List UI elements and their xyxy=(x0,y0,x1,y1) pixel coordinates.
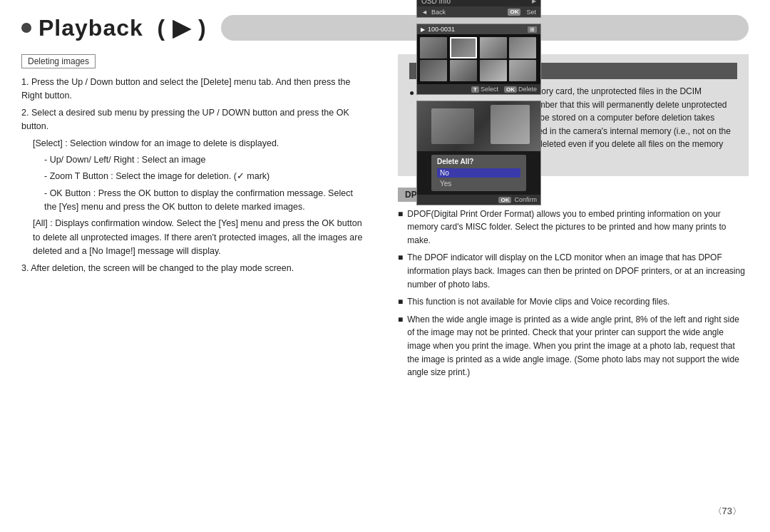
photo-grid-bottom: T Select OK Delete xyxy=(417,84,540,94)
back-label: ◄ Back xyxy=(421,9,446,16)
ok-desc: - OK Button : Press the OK button to dis… xyxy=(21,187,364,215)
photo-thumb-8 xyxy=(509,60,536,81)
delete-screen: Delete All? No Yes OK Confirm xyxy=(416,101,541,205)
delete-photo-area xyxy=(417,101,540,151)
all-desc: [All] : Displays confirmation window. Se… xyxy=(21,217,364,258)
ok-delete: OK Delete xyxy=(504,86,537,93)
dpof-item-3: ■ This function is not available for Mov… xyxy=(398,295,749,309)
photo-thumb-3 xyxy=(480,37,507,58)
section-label: Deleting images xyxy=(21,54,96,68)
left-column: Deleting images 1. Press the Up / Down b… xyxy=(21,54,364,499)
dpof-section: DPOF ■ DPOF(Digital Print Order Format) … xyxy=(398,188,749,379)
page-header: Playback ( ▶ ) xyxy=(21,14,749,41)
nav-desc: - Up/ Down/ Left/ Right : Select an imag… xyxy=(21,153,364,167)
dpof-item-4: ■ When the wide angle image is printed a… xyxy=(398,313,749,379)
delete-option-no: No xyxy=(437,168,520,178)
delete-option-yes: Yes xyxy=(437,179,520,188)
delete-options: No Yes xyxy=(437,168,520,188)
delete-dialog: Delete All? No Yes xyxy=(431,155,526,191)
header-bullet xyxy=(21,23,31,33)
photo-grid-content xyxy=(417,34,540,84)
menu-item-osd: OSD Info ▶ xyxy=(417,0,540,7)
dpof-item-1: ■ DPOF(Digital Print Order Format) allow… xyxy=(398,208,749,247)
main-content: Deleting images 1. Press the Up / Down b… xyxy=(21,54,749,499)
photo-grid-title: 100-0031 xyxy=(428,26,455,33)
select-desc: [Select] : Selection window for an image… xyxy=(21,137,364,150)
photo-grid-screen: ▶ 100-0031 ⊞ xyxy=(416,24,541,95)
menu-bottom-bar: ◄ Back OK Set xyxy=(417,7,540,17)
instructions: 1. Press the Up / Down button and select… xyxy=(21,76,364,275)
photo-thumb-4 xyxy=(509,37,536,58)
menu-items: Protect ▶ Delete ▶ Select DPOF ▶ All xyxy=(417,0,540,7)
photo-thumb-5 xyxy=(420,60,447,81)
photo-thumb-2 xyxy=(450,37,477,58)
dpof-content: ■ DPOF(Digital Print Order Format) allow… xyxy=(398,208,749,379)
zoom-desc: - Zoom T Button : Select the image for d… xyxy=(21,170,364,183)
photo-thumb-7 xyxy=(480,60,507,81)
page-number: 〈73〉 xyxy=(21,505,749,518)
ok-set: OK Set xyxy=(508,9,536,16)
grid-icon: ⊞ xyxy=(528,26,537,33)
delete-screen-bottom: OK Confirm xyxy=(417,195,540,205)
photo-thumb-1 xyxy=(420,37,447,58)
step-1: 1. Press the Up / Down button and select… xyxy=(21,76,364,103)
page: Playback ( ▶ ) Deleting images 1. Press … xyxy=(0,0,770,532)
t-select: T Select xyxy=(471,86,498,93)
photo-thumb-6 xyxy=(450,60,477,81)
delete-dialog-title: Delete All? xyxy=(437,158,520,165)
page-title: Playback ( ▶ ) xyxy=(38,14,207,41)
info-dot: ● xyxy=(409,86,414,165)
photo-grid-header: ▶ 100-0031 ⊞ xyxy=(417,24,540,34)
dpof-item-2: ■ The DPOF indicator will display on the… xyxy=(398,251,749,291)
step-2: 2. Select a desired sub menu by pressing… xyxy=(21,106,364,134)
step-3: 3. After deletion, the screen will be ch… xyxy=(21,262,364,275)
menu-screen: PLAYBACK Protect ▶ Delete ▶ Select DPOF xyxy=(416,0,541,18)
play-icon: ▶ xyxy=(421,26,425,33)
